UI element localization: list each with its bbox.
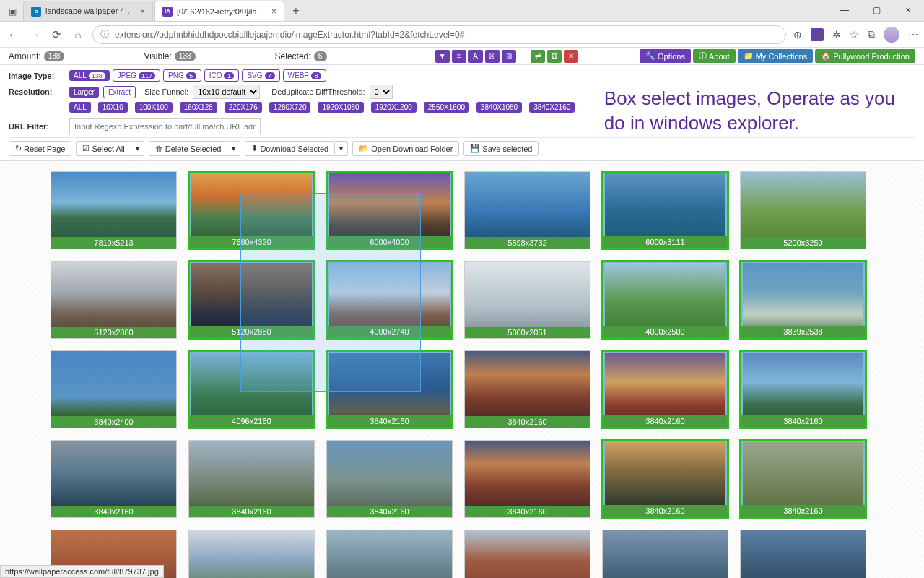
open-folder-button[interactable]: 📂 Open Download Folder: [352, 141, 459, 156]
filter-icon[interactable]: ▼: [435, 50, 450, 63]
image-icon[interactable]: 🖼: [547, 50, 562, 63]
image-thumbnail[interactable]: 6000x3111: [602, 171, 728, 249]
image-thumbnail[interactable]: 3840x2160: [464, 350, 590, 428]
image-thumbnail[interactable]: 3840x2160: [51, 440, 177, 518]
minimize-button[interactable]: —: [829, 0, 860, 21]
type-pill-png[interactable]: PNG5: [163, 69, 201, 82]
thumbnail-caption: 5200x3250: [741, 237, 866, 249]
image-thumbnail[interactable]: 5598x3732: [464, 171, 590, 249]
text-b-icon[interactable]: ☒: [485, 50, 500, 63]
status-bar: https://wallpaperaccess.com/full/879737.…: [0, 565, 164, 578]
image-thumbnail[interactable]: 3840x2160: [326, 350, 453, 428]
size-pill[interactable]: 1920X1200: [371, 102, 417, 113]
extension-button[interactable]: IA: [811, 28, 824, 41]
extensions-icon[interactable]: ✲: [832, 29, 841, 40]
collections-icon[interactable]: ⧉: [868, 28, 875, 40]
image-grid-container[interactable]: 7819x52137680x43206000x40005598x37326000…: [0, 161, 924, 578]
size-funnel-select[interactable]: 10x10 default: [193, 85, 260, 99]
image-thumbnail[interactable]: 3840x2160: [740, 440, 866, 518]
grid-icon[interactable]: ⊞: [502, 50, 516, 63]
image-thumbnail[interactable]: 3840x2400: [51, 350, 177, 428]
image-thumbnail[interactable]: 3840x2160: [188, 440, 315, 518]
delete-dropdown[interactable]: ▾: [227, 141, 240, 156]
size-pill[interactable]: 100X100: [135, 102, 173, 113]
close-button[interactable]: ×: [892, 0, 924, 21]
image-thumbnail[interactable]: [602, 530, 728, 578]
image-thumbnail[interactable]: 4000x2500: [602, 261, 728, 339]
options-link[interactable]: 🔧Options: [640, 49, 691, 63]
browser-tab-active[interactable]: IA[0/162/162-retry:0/0]/landscape×: [154, 1, 284, 21]
type-pill-ico[interactable]: ICO1: [204, 69, 240, 82]
image-thumbnail[interactable]: 7680x4320: [188, 171, 315, 249]
browser-tab[interactable]: blandscape wallpaper 4k - 畫眼結×: [23, 1, 153, 21]
image-thumbnail[interactable]: 3840x2160: [602, 350, 728, 428]
delete-icon[interactable]: ✕: [564, 50, 578, 63]
type-pill-svg[interactable]: SVG7: [242, 69, 279, 82]
url-field[interactable]: ⓘextension://odphnbhiddhdpoccbialllejaaj…: [92, 25, 786, 44]
close-icon[interactable]: ×: [271, 7, 276, 17]
image-thumbnail[interactable]: 5000x2051: [464, 261, 590, 339]
image-thumbnail[interactable]: 5200x3250: [740, 171, 866, 249]
maximize-button[interactable]: ▢: [860, 0, 892, 21]
image-thumbnail[interactable]: 4096x2160: [188, 350, 315, 428]
image-thumbnail[interactable]: 7819x5213: [51, 171, 177, 249]
type-pill-all[interactable]: ALL138: [69, 70, 110, 81]
menu-icon[interactable]: ⋯: [908, 29, 918, 40]
image-thumbnail[interactable]: 6000x4000: [326, 171, 453, 249]
download-selected-button[interactable]: ⬇ Download Selected: [245, 141, 335, 156]
favorites-icon[interactable]: ☆: [850, 29, 859, 40]
delete-selected-button[interactable]: 🗑 Delete Selected: [149, 141, 228, 156]
image-thumbnail[interactable]: 3839x2538: [740, 261, 866, 339]
profile-avatar[interactable]: [884, 27, 899, 43]
size-pill[interactable]: 1920X1080: [318, 102, 363, 113]
image-thumbnail[interactable]: 3840x2160: [464, 440, 590, 518]
size-pill[interactable]: 3840X2160: [529, 102, 575, 113]
size-pill[interactable]: ALL: [69, 102, 91, 113]
dedup-select[interactable]: 0: [370, 85, 393, 99]
reload-button[interactable]: ⟳: [49, 28, 64, 41]
size-pill[interactable]: 1280X720: [269, 102, 311, 113]
new-tab-button[interactable]: +: [286, 1, 306, 21]
close-icon[interactable]: ×: [140, 7, 145, 17]
size-pill[interactable]: 10X10: [98, 102, 128, 113]
larger-button[interactable]: Larger: [69, 87, 99, 98]
tab-overview-icon[interactable]: ▣: [6, 7, 19, 17]
image-thumbnail[interactable]: 4000x2740: [326, 261, 453, 339]
about-link[interactable]: ⓘAbout: [693, 49, 736, 63]
collections-link[interactable]: 📁My Collections: [738, 49, 814, 63]
extract-button[interactable]: Extract: [103, 86, 136, 98]
forward-button[interactable]: →: [27, 28, 42, 40]
pullywood-link[interactable]: 🏠Pullywood Production: [815, 49, 915, 63]
image-thumbnail[interactable]: 3840x2160: [326, 440, 453, 518]
filters-panel: Image Type: ALL138JPEG117PNG5ICO1SVG7WEB…: [0, 65, 924, 161]
image-thumbnail[interactable]: 5120x2880: [51, 261, 177, 339]
image-thumbnail[interactable]: 5120x2880: [188, 261, 315, 339]
read-aloud-icon[interactable]: ⊕: [793, 29, 802, 40]
size-pill[interactable]: 160X128: [180, 102, 217, 113]
image-thumbnail[interactable]: [326, 530, 453, 578]
type-pill-webp[interactable]: WEBP8: [283, 69, 326, 82]
size-pill[interactable]: 220X176: [225, 102, 262, 113]
image-thumbnail[interactable]: 3840x2160: [602, 440, 728, 518]
size-pill[interactable]: 3840X1080: [476, 102, 522, 113]
select-all-button[interactable]: ☑ Select All: [76, 141, 131, 156]
text-a-icon[interactable]: A: [468, 50, 483, 63]
swap-icon[interactable]: ⇄: [531, 50, 545, 63]
image-thumbnail[interactable]: 3840x2160: [740, 350, 866, 428]
thumbnail-caption: 3840x2400: [51, 416, 176, 428]
thumbnail-caption: 5000x2051: [465, 327, 590, 338]
download-dropdown[interactable]: ▾: [335, 141, 348, 156]
image-thumbnail[interactable]: [740, 530, 866, 578]
reset-page-button[interactable]: ↻ Reset Page: [9, 141, 71, 156]
size-pill[interactable]: 2560X1600: [424, 102, 469, 113]
home-button[interactable]: ⌂: [71, 28, 85, 40]
sort-icon[interactable]: ≡: [452, 50, 466, 63]
image-thumbnail[interactable]: [464, 530, 590, 578]
type-pill-jpeg[interactable]: JPEG117: [113, 69, 160, 82]
select-all-dropdown[interactable]: ▾: [131, 141, 144, 156]
image-thumbnail[interactable]: [188, 530, 315, 578]
save-selected-button[interactable]: 💾 Save selected: [463, 141, 539, 156]
url-filter-input[interactable]: [69, 118, 261, 134]
bing-icon: b: [31, 7, 41, 17]
back-button[interactable]: ←: [6, 28, 20, 40]
